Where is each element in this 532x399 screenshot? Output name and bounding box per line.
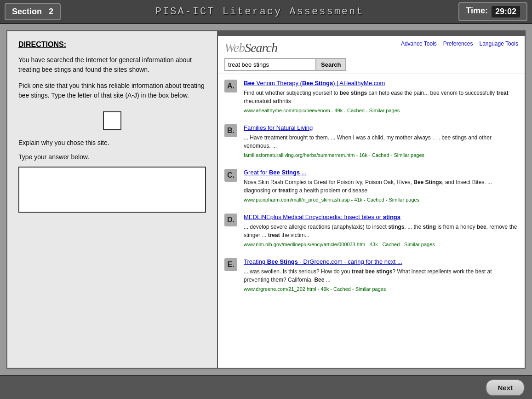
result-title-c[interactable]: Great for Bee Stings ...: [244, 168, 518, 177]
explain-label-line1: Explain why you chose this site.: [18, 138, 206, 148]
result-url-e: www.drgreene.com/21_202.html - 49k - Cac…: [244, 285, 518, 293]
result-url-d: www.nlm.nih.gov/medlineplus/ency/article…: [244, 241, 518, 249]
result-title-a[interactable]: Bee Venom Therapy (Bee Stings) | AHealth…: [244, 79, 518, 88]
section-number: 2: [49, 7, 53, 16]
section-badge: Section 2: [5, 3, 61, 20]
result-url-c: www.painpharm.com/mall/n_prod_skinrash.a…: [244, 196, 518, 204]
result-letter-d: D.: [224, 214, 237, 226]
search-links: Advance Tools Preferences Language Tools: [401, 40, 518, 47]
timer-badge: Time: 29:02: [458, 2, 527, 21]
result-letter-c: C.: [224, 169, 237, 182]
section-label: Section: [12, 7, 42, 16]
websearch-logo: WebSearch: [224, 40, 277, 55]
timer-label: Time:: [466, 6, 488, 17]
advance-tools-link[interactable]: Advance Tools: [401, 40, 437, 47]
result-body-c: Great for Bee Stings ... Nova Skin Rash …: [244, 168, 518, 203]
websearch-header: WebSearch Advance Tools Preferences Lang…: [218, 36, 525, 74]
result-snippet-b: ... Have treatment brought to them. ... …: [244, 133, 518, 150]
result-item-b: B. Families for Natural Living ... Have …: [224, 123, 518, 159]
next-button[interactable]: Next: [486, 379, 525, 396]
result-title-e[interactable]: Treating Bee Stings - DrGreene.com - car…: [244, 257, 518, 266]
result-item-a: A. Bee Venom Therapy (Bee Stings) | AHea…: [224, 79, 518, 114]
result-snippet-a: Find out whether subjecting yourself to …: [244, 89, 518, 105]
result-title-b[interactable]: Families for Natural Living: [244, 123, 518, 133]
result-item-c: C. Great for Bee Stings ... Nova Skin Ra…: [224, 168, 518, 203]
result-url-b: familiesfornaturalliving.org/herbs/summe…: [244, 151, 518, 159]
language-tools-link[interactable]: Language Tools: [479, 40, 518, 47]
result-snippet-d: ... develop severe allergic reactions (a…: [244, 223, 518, 239]
result-snippet-c: Nova Skin Rash Complex is Great for Pois…: [244, 178, 518, 195]
result-letter-e: E.: [224, 258, 237, 271]
search-results: A. Bee Venom Therapy (Bee Stings) | AHea…: [218, 74, 525, 306]
result-title-d[interactable]: MEDLINEplus Medical Encyclopedia: Insect…: [244, 213, 518, 222]
search-button[interactable]: Search: [316, 58, 346, 71]
main-content: DIRECTIONS: You have searched the Intern…: [0, 24, 532, 375]
letter-input[interactable]: [103, 111, 121, 130]
header-title: PISA-ICT Literacy Assessment: [155, 6, 364, 17]
paragraph1: You have searched the Internet for gener…: [18, 55, 206, 75]
result-body-d: MEDLINEplus Medical Encyclopedia: Insect…: [244, 213, 518, 248]
result-body-a: Bee Venom Therapy (Bee Stings) | AHealth…: [244, 79, 518, 114]
result-body-e: Treating Bee Stings - DrGreene.com - car…: [244, 257, 518, 293]
result-body-b: Families for Natural Living ... Have tre…: [244, 123, 518, 159]
search-input[interactable]: [224, 58, 316, 71]
header: Section 2 PISA-ICT Literacy Assessment T…: [0, 0, 532, 24]
result-snippet-e: ... was swollen. Is this serious? How do…: [244, 267, 518, 284]
result-item-d: D. MEDLINEplus Medical Encyclopedia: Ins…: [224, 213, 518, 248]
paragraph2: Pick one site that you think has reliabl…: [18, 81, 206, 100]
directions-title: DIRECTIONS:: [18, 40, 206, 49]
left-panel: DIRECTIONS: You have searched the Intern…: [6, 30, 218, 369]
result-url-a: www.ahealthyme.com/topic/beevenom - 49k …: [244, 107, 518, 115]
result-letter-a: A.: [224, 80, 237, 93]
timer-value: 29:02: [492, 6, 520, 17]
explain-textarea[interactable]: [18, 167, 206, 213]
browser-content[interactable]: WebSearch Advance Tools Preferences Lang…: [218, 31, 525, 368]
result-item-e: E. Treating Bee Stings - DrGreene.com - …: [224, 257, 518, 293]
right-panel: WebSearch Advance Tools Preferences Lang…: [218, 30, 526, 369]
result-letter-b: B.: [224, 124, 237, 137]
websearch-toolbar: WebSearch Advance Tools Preferences Lang…: [224, 40, 518, 55]
footer: Next: [0, 375, 532, 399]
letter-input-container: [18, 111, 206, 130]
preferences-link[interactable]: Preferences: [443, 40, 473, 47]
search-bar-row: Search: [224, 58, 518, 71]
explain-label-line2: Type your answer below.: [18, 152, 206, 162]
